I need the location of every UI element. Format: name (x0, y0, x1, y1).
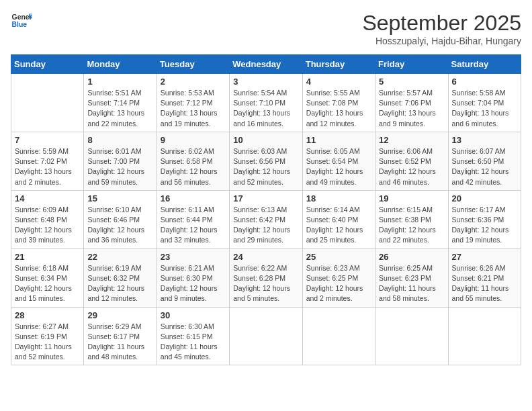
day-info: Sunrise: 6:15 AM Sunset: 6:38 PM Dayligh… (379, 205, 444, 246)
day-info: Sunrise: 6:07 AM Sunset: 6:50 PM Dayligh… (452, 146, 517, 187)
day-number: 13 (452, 135, 517, 145)
calendar-cell: 1Sunrise: 5:51 AM Sunset: 7:14 PM Daylig… (84, 74, 157, 132)
day-number: 30 (161, 310, 226, 320)
calendar-cell: 17Sunrise: 6:13 AM Sunset: 6:42 PM Dayli… (230, 190, 302, 248)
calendar-cell: 23Sunrise: 6:21 AM Sunset: 6:30 PM Dayli… (157, 248, 229, 307)
day-number: 29 (87, 310, 152, 320)
day-number: 4 (306, 77, 371, 87)
calendar-cell: 21Sunrise: 6:18 AM Sunset: 6:34 PM Dayli… (11, 248, 84, 307)
calendar-cell: 29Sunrise: 6:29 AM Sunset: 6:17 PM Dayli… (84, 307, 157, 365)
page-header: General Blue September 2025 Hosszupalyi,… (11, 11, 521, 46)
calendar-cell: 3Sunrise: 5:54 AM Sunset: 7:10 PM Daylig… (230, 74, 302, 132)
day-number: 14 (15, 193, 80, 203)
calendar-header-row: SundayMondayTuesdayWednesdayThursdayFrid… (11, 55, 521, 74)
day-number: 19 (379, 193, 444, 203)
day-info: Sunrise: 6:14 AM Sunset: 6:40 PM Dayligh… (306, 205, 371, 246)
calendar-day-header: Saturday (448, 55, 521, 74)
title-block: September 2025 Hosszupalyi, Hajdu-Bihar,… (362, 11, 521, 46)
day-info: Sunrise: 6:18 AM Sunset: 6:34 PM Dayligh… (15, 263, 80, 304)
day-info: Sunrise: 6:10 AM Sunset: 6:46 PM Dayligh… (87, 205, 152, 246)
day-number: 8 (87, 135, 152, 145)
logo-icon: General Blue (11, 11, 32, 30)
calendar-cell: 11Sunrise: 6:05 AM Sunset: 6:54 PM Dayli… (302, 132, 375, 190)
calendar-cell: 20Sunrise: 6:17 AM Sunset: 6:36 PM Dayli… (448, 190, 521, 248)
day-number: 23 (161, 252, 226, 262)
calendar-cell (11, 74, 84, 132)
day-number: 21 (15, 252, 80, 262)
day-number: 25 (306, 252, 371, 262)
day-info: Sunrise: 6:27 AM Sunset: 6:19 PM Dayligh… (15, 322, 80, 363)
day-info: Sunrise: 6:09 AM Sunset: 6:48 PM Dayligh… (15, 205, 80, 246)
day-number: 16 (161, 193, 226, 203)
day-number: 28 (15, 310, 80, 320)
calendar-day-header: Thursday (302, 55, 375, 74)
calendar-week-row: 1Sunrise: 5:51 AM Sunset: 7:14 PM Daylig… (11, 74, 521, 132)
calendar-cell: 7Sunrise: 5:59 AM Sunset: 7:02 PM Daylig… (11, 132, 84, 190)
day-info: Sunrise: 6:03 AM Sunset: 6:56 PM Dayligh… (233, 146, 298, 187)
calendar-cell: 27Sunrise: 6:26 AM Sunset: 6:21 PM Dayli… (448, 248, 521, 307)
day-info: Sunrise: 5:55 AM Sunset: 7:08 PM Dayligh… (306, 88, 371, 129)
calendar-cell: 19Sunrise: 6:15 AM Sunset: 6:38 PM Dayli… (375, 190, 448, 248)
day-info: Sunrise: 5:53 AM Sunset: 7:12 PM Dayligh… (161, 88, 226, 129)
day-info: Sunrise: 6:17 AM Sunset: 6:36 PM Dayligh… (452, 205, 517, 246)
calendar-day-header: Monday (84, 55, 157, 74)
day-number: 17 (233, 193, 298, 203)
calendar-day-header: Wednesday (230, 55, 302, 74)
day-number: 10 (233, 135, 298, 145)
day-number: 7 (15, 135, 80, 145)
month-title: September 2025 (362, 11, 521, 36)
day-number: 2 (161, 77, 226, 87)
calendar-week-row: 21Sunrise: 6:18 AM Sunset: 6:34 PM Dayli… (11, 248, 521, 307)
day-number: 27 (452, 252, 517, 262)
day-number: 11 (306, 135, 371, 145)
calendar-cell (375, 307, 448, 365)
day-info: Sunrise: 6:05 AM Sunset: 6:54 PM Dayligh… (306, 146, 371, 187)
day-info: Sunrise: 6:06 AM Sunset: 6:52 PM Dayligh… (379, 146, 444, 187)
day-info: Sunrise: 6:26 AM Sunset: 6:21 PM Dayligh… (452, 263, 517, 304)
calendar-cell: 16Sunrise: 6:11 AM Sunset: 6:44 PM Dayli… (157, 190, 229, 248)
location-subtitle: Hosszupalyi, Hajdu-Bihar, Hungary (362, 36, 521, 46)
calendar-cell: 12Sunrise: 6:06 AM Sunset: 6:52 PM Dayli… (375, 132, 448, 190)
calendar-cell (448, 307, 521, 365)
day-number: 15 (87, 193, 152, 203)
day-number: 20 (452, 193, 517, 203)
calendar-day-header: Tuesday (157, 55, 229, 74)
day-info: Sunrise: 6:11 AM Sunset: 6:44 PM Dayligh… (161, 205, 226, 246)
day-info: Sunrise: 6:22 AM Sunset: 6:28 PM Dayligh… (233, 263, 298, 304)
calendar-week-row: 14Sunrise: 6:09 AM Sunset: 6:48 PM Dayli… (11, 190, 521, 248)
day-number: 5 (379, 77, 444, 87)
calendar-week-row: 28Sunrise: 6:27 AM Sunset: 6:19 PM Dayli… (11, 307, 521, 365)
day-info: Sunrise: 6:25 AM Sunset: 6:23 PM Dayligh… (379, 263, 444, 304)
day-info: Sunrise: 6:21 AM Sunset: 6:30 PM Dayligh… (161, 263, 226, 304)
day-number: 12 (379, 135, 444, 145)
calendar-cell: 5Sunrise: 5:57 AM Sunset: 7:06 PM Daylig… (375, 74, 448, 132)
calendar-week-row: 7Sunrise: 5:59 AM Sunset: 7:02 PM Daylig… (11, 132, 521, 190)
calendar-cell: 2Sunrise: 5:53 AM Sunset: 7:12 PM Daylig… (157, 74, 229, 132)
day-info: Sunrise: 5:54 AM Sunset: 7:10 PM Dayligh… (233, 88, 298, 129)
day-number: 26 (379, 252, 444, 262)
calendar-cell: 25Sunrise: 6:23 AM Sunset: 6:25 PM Dayli… (302, 248, 375, 307)
calendar-cell (230, 307, 302, 365)
day-info: Sunrise: 5:58 AM Sunset: 7:04 PM Dayligh… (452, 88, 517, 129)
day-number: 18 (306, 193, 371, 203)
calendar-table: SundayMondayTuesdayWednesdayThursdayFrid… (11, 54, 521, 365)
day-number: 6 (452, 77, 517, 87)
day-number: 22 (87, 252, 152, 262)
day-info: Sunrise: 6:19 AM Sunset: 6:32 PM Dayligh… (87, 263, 152, 304)
day-number: 24 (233, 252, 298, 262)
calendar-cell: 14Sunrise: 6:09 AM Sunset: 6:48 PM Dayli… (11, 190, 84, 248)
day-number: 9 (161, 135, 226, 145)
calendar-cell: 28Sunrise: 6:27 AM Sunset: 6:19 PM Dayli… (11, 307, 84, 365)
day-info: Sunrise: 6:23 AM Sunset: 6:25 PM Dayligh… (306, 263, 371, 304)
calendar-cell (302, 307, 375, 365)
calendar-cell: 10Sunrise: 6:03 AM Sunset: 6:56 PM Dayli… (230, 132, 302, 190)
calendar-cell: 30Sunrise: 6:30 AM Sunset: 6:15 PM Dayli… (157, 307, 229, 365)
day-info: Sunrise: 6:30 AM Sunset: 6:15 PM Dayligh… (161, 322, 226, 363)
logo: General Blue (11, 11, 32, 30)
calendar-cell: 22Sunrise: 6:19 AM Sunset: 6:32 PM Dayli… (84, 248, 157, 307)
calendar-day-header: Friday (375, 55, 448, 74)
calendar-cell: 18Sunrise: 6:14 AM Sunset: 6:40 PM Dayli… (302, 190, 375, 248)
calendar-cell: 13Sunrise: 6:07 AM Sunset: 6:50 PM Dayli… (448, 132, 521, 190)
calendar-cell: 26Sunrise: 6:25 AM Sunset: 6:23 PM Dayli… (375, 248, 448, 307)
calendar-cell: 8Sunrise: 6:01 AM Sunset: 7:00 PM Daylig… (84, 132, 157, 190)
